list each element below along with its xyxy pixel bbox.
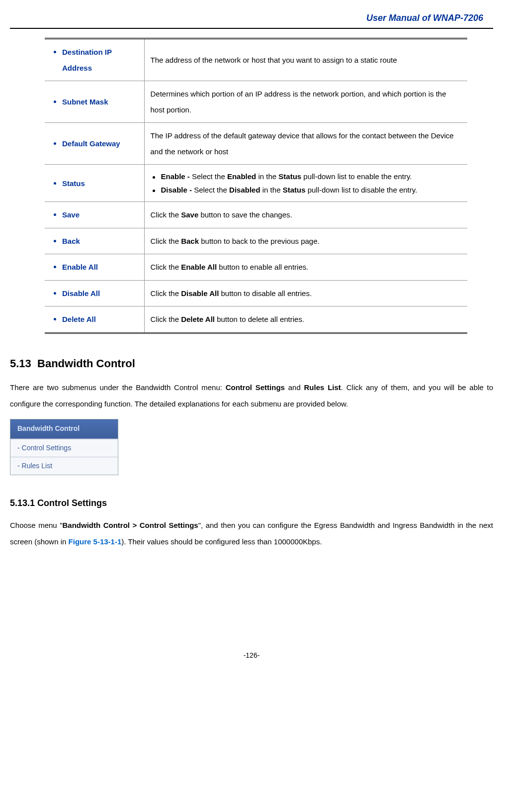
param-label: Subnet Mask	[62, 94, 108, 110]
param-label: Delete All	[62, 311, 96, 327]
param-label: Status	[62, 176, 85, 192]
param-desc: Enable - Select the Enabled in the Statu…	[144, 165, 467, 202]
param-desc: Click the Disable All button to disable …	[144, 280, 467, 306]
sub-bold: Status	[283, 186, 306, 194]
param-label: Enable All	[62, 259, 98, 275]
param-desc: The address of the network or host that …	[144, 39, 467, 81]
header-separator	[10, 28, 493, 29]
param-label: Default Gateway	[62, 136, 120, 152]
sub-prefix: Disable -	[161, 186, 194, 194]
bullet-icon	[54, 266, 56, 268]
figure-reference: Figure 5-13-1-1	[69, 537, 122, 546]
param-desc: Click the Delete All button to delete al…	[144, 306, 467, 333]
sub-text: Select the	[192, 172, 227, 181]
section-heading: 5.13 Bandwidth Control	[10, 354, 493, 374]
sub-text: in the	[256, 172, 278, 181]
nav-head: Bandwidth Control	[10, 419, 118, 438]
bullet-icon	[54, 51, 56, 53]
param-label: Disable All	[62, 286, 100, 302]
bullet-icon	[153, 176, 155, 179]
param-label: Destination IP Address	[62, 44, 138, 76]
param-desc: The IP address of the default gateway de…	[144, 123, 467, 165]
table-row: Save Click the Save button to save the c…	[45, 202, 467, 228]
param-label: Back	[62, 233, 80, 249]
sub-text: Select the	[194, 186, 229, 194]
sub-text: pull-down list to disable the entry.	[305, 186, 417, 194]
table-row: Disable All Click the Disable All button…	[45, 280, 467, 306]
table-row: Back Click the Back button to back to th…	[45, 228, 467, 254]
bullet-icon	[54, 101, 56, 103]
page-header-title: User Manual of WNAP-7206	[10, 10, 493, 26]
param-desc: Click the Back button to back to the pre…	[144, 228, 467, 254]
bullet-icon	[54, 292, 56, 295]
subsection-heading: 5.13.1 Control Settings	[10, 495, 493, 511]
table-row: Status Enable - Select the Enabled in th…	[45, 165, 467, 202]
table-row: Destination IP Address The address of th…	[45, 39, 467, 81]
parameter-table: Destination IP Address The address of th…	[45, 38, 467, 334]
bullet-icon	[54, 213, 56, 216]
table-row: Delete All Click the Delete All button t…	[45, 306, 467, 333]
sub-bold: Disabled	[229, 186, 260, 194]
sub-text: in the	[260, 186, 283, 194]
sub-bold: Enabled	[227, 172, 256, 181]
sub-bold: Status	[278, 172, 301, 181]
nav-widget: Bandwidth Control - Control Settings - R…	[10, 419, 118, 475]
bullet-icon	[54, 182, 56, 185]
param-desc: Determines which portion of an IP addres…	[144, 81, 467, 123]
bullet-icon	[54, 240, 56, 242]
param-label: Save	[62, 207, 80, 223]
param-desc: Click the Enable All button to enable al…	[144, 254, 467, 281]
table-row: Enable All Click the Enable All button t…	[45, 254, 467, 281]
section-intro: There are two submenus under the Bandwid…	[10, 379, 493, 412]
nav-item-control-settings[interactable]: - Control Settings	[10, 439, 118, 457]
bullet-icon	[54, 318, 56, 320]
param-desc: Click the Save button to save the change…	[144, 202, 467, 228]
bullet-icon	[153, 190, 155, 192]
table-row: Default Gateway The IP address of the de…	[45, 123, 467, 165]
nav-item-rules-list[interactable]: - Rules List	[10, 457, 118, 475]
sub-text: pull-down list to enable the entry.	[301, 172, 412, 181]
page-number: -126-	[10, 649, 493, 662]
sub-prefix: Enable -	[161, 172, 192, 181]
table-row: Subnet Mask Determines which portion of …	[45, 81, 467, 123]
bullet-icon	[54, 142, 56, 145]
subsection-text: Choose menu "Bandwidth Control > Control…	[10, 517, 493, 550]
